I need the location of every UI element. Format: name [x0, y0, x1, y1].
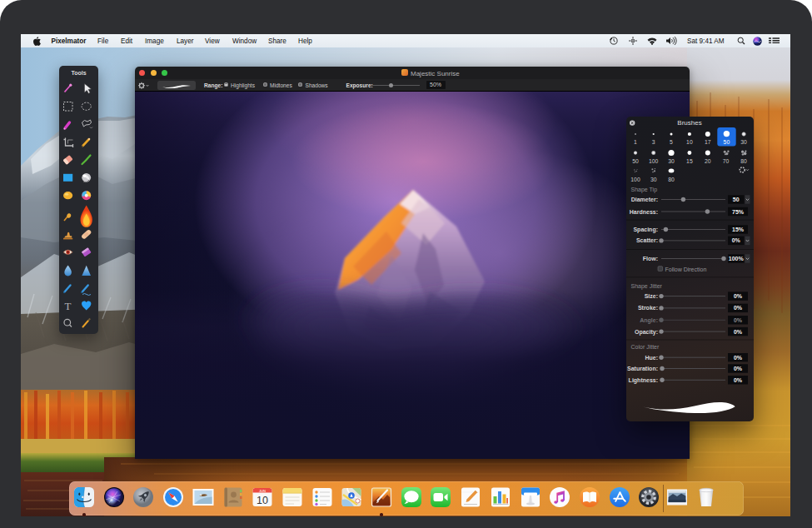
svg-text:80: 80 — [668, 176, 675, 182]
svg-text:JUN: JUN — [259, 489, 266, 493]
svg-text:3: 3 — [651, 139, 655, 145]
svg-text:100: 100 — [649, 157, 659, 163]
svg-text:Angle:: Angle: — [640, 316, 658, 323]
svg-text:Hue:: Hue: — [645, 354, 658, 360]
svg-text:15: 15 — [686, 157, 693, 163]
svg-text:30: 30 — [740, 139, 747, 145]
svg-text:0%: 0% — [733, 366, 742, 371]
svg-text:0%: 0% — [731, 237, 740, 243]
svg-text:Flow:: Flow: — [642, 256, 657, 262]
svg-text:75%: 75% — [731, 208, 744, 214]
svg-text:0%: 0% — [733, 293, 742, 299]
svg-text:50: 50 — [632, 157, 639, 163]
svg-text:80: 80 — [740, 157, 747, 163]
svg-text:Tools: Tools — [71, 70, 86, 76]
svg-text:Scatter:: Scatter: — [635, 237, 657, 243]
svg-text:1: 1 — [634, 139, 637, 145]
svg-text:Size:: Size: — [644, 293, 657, 299]
svg-text:Hardness:: Hardness: — [629, 208, 657, 214]
svg-text:Shape Tip: Shape Tip — [630, 187, 657, 193]
svg-text:Lightness:: Lightness: — [628, 376, 657, 383]
svg-text:Shape Jitter: Shape Jitter — [630, 282, 662, 289]
svg-text:50: 50 — [723, 139, 730, 145]
svg-text:70: 70 — [722, 157, 729, 163]
svg-text:5: 5 — [670, 139, 673, 145]
svg-text:0%: 0% — [733, 376, 742, 382]
svg-text:Follow Direction: Follow Direction — [665, 266, 706, 271]
svg-text:Brushes: Brushes — [677, 119, 701, 127]
svg-text:50: 50 — [732, 197, 739, 202]
svg-text:30: 30 — [668, 157, 675, 163]
svg-text:30: 30 — [650, 176, 656, 182]
svg-text:10: 10 — [686, 139, 693, 145]
svg-text:0%: 0% — [733, 316, 742, 322]
svg-text:17: 17 — [705, 139, 711, 145]
svg-text:100: 100 — [630, 176, 640, 182]
svg-text:0%: 0% — [733, 328, 742, 334]
svg-text:20: 20 — [705, 157, 711, 163]
svg-text:100%: 100% — [728, 256, 744, 262]
svg-text:15%: 15% — [731, 227, 744, 232]
svg-text:Saturation:: Saturation: — [627, 366, 658, 371]
svg-text:Spacing:: Spacing: — [633, 227, 658, 233]
svg-text:0%: 0% — [733, 305, 742, 311]
svg-text:Color Jitter: Color Jitter — [630, 343, 660, 349]
svg-text:0%: 0% — [733, 354, 742, 360]
svg-text:Diameter:: Diameter: — [630, 197, 657, 202]
svg-text:10: 10 — [257, 495, 268, 506]
svg-text:T: T — [64, 300, 71, 312]
svg-text:Stroke:: Stroke: — [637, 305, 657, 311]
svg-text:Opacity:: Opacity: — [634, 328, 657, 335]
